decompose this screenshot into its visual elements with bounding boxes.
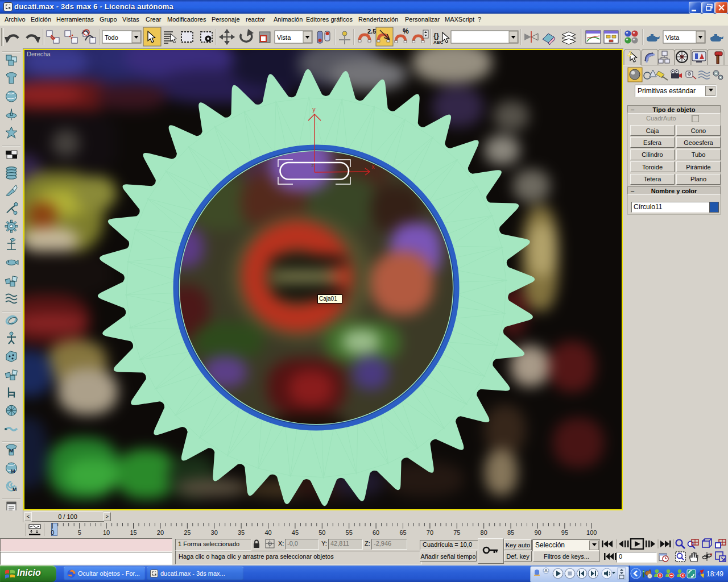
svg-text:10: 10	[103, 529, 110, 536]
svg-text:85: 85	[507, 529, 514, 536]
svg-text:45: 45	[292, 529, 299, 536]
svg-text:Vista: Vista	[665, 34, 680, 41]
svg-text:2.5: 2.5	[367, 28, 376, 35]
svg-text:35: 35	[238, 529, 245, 536]
svg-text:100: 100	[586, 529, 597, 536]
svg-text:x: x	[371, 164, 375, 171]
svg-text:5: 5	[78, 529, 81, 536]
svg-text:55: 55	[346, 529, 353, 536]
svg-text:Todo: Todo	[105, 34, 118, 41]
svg-text:40: 40	[264, 529, 271, 536]
svg-text:95: 95	[561, 529, 568, 536]
svg-text:y: y	[312, 107, 316, 113]
svg-text:M: M	[13, 487, 17, 492]
svg-text:65: 65	[399, 529, 406, 536]
svg-text:0: 0	[51, 529, 54, 536]
svg-text:30: 30	[211, 529, 218, 536]
svg-text:25: 25	[184, 529, 191, 536]
svg-text:M: M	[9, 448, 14, 454]
svg-text:{}: {}	[433, 31, 439, 40]
svg-text:50: 50	[318, 529, 325, 536]
svg-text:75: 75	[453, 529, 460, 536]
svg-text:70: 70	[427, 529, 433, 536]
svg-text:80: 80	[481, 529, 487, 536]
svg-text:60: 60	[373, 529, 379, 536]
svg-text:90: 90	[534, 529, 541, 536]
svg-text:%: %	[403, 27, 409, 35]
svg-text:ABC: ABC	[433, 40, 444, 45]
svg-text:Vista: Vista	[277, 34, 291, 41]
svg-text:z: z	[311, 163, 314, 169]
svg-text:15: 15	[130, 529, 136, 536]
svg-text:20: 20	[157, 529, 164, 536]
svg-text:M: M	[11, 468, 15, 474]
